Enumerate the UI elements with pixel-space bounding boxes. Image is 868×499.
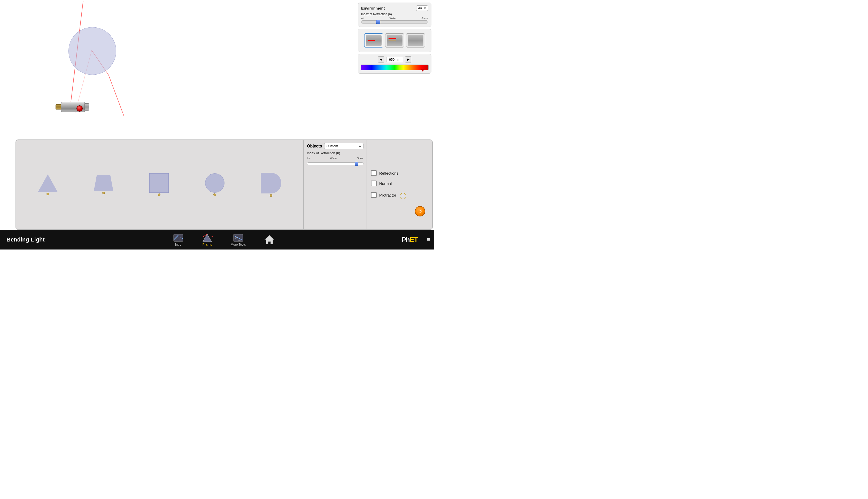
light-white-ray-option[interactable]	[406, 33, 425, 48]
protractor-label: Protractor	[379, 193, 396, 197]
obj-slider-thumb	[355, 162, 358, 166]
environment-dropdown-arrow-icon	[424, 8, 426, 9]
laser-tip	[56, 104, 61, 110]
bottom-panel-wrapper: Objects Custom Index of Refraction (n) A…	[0, 138, 434, 230]
shape-triangle-item[interactable]	[38, 174, 58, 195]
reset-icon: ↺	[418, 208, 422, 214]
light-multi-ray-icon	[387, 35, 403, 46]
laser-emitter[interactable]	[56, 101, 89, 115]
shape-rectangle	[149, 173, 169, 193]
shape-trapezoid-item[interactable]	[94, 175, 113, 194]
nav-tabs: Intro Prisms nm More Tools	[51, 231, 396, 248]
obj-refraction-slider[interactable]	[307, 162, 364, 165]
shape-semicircle	[261, 173, 281, 193]
svg-text:nm: nm	[239, 239, 241, 241]
spectrum-thumb	[420, 69, 425, 72]
normal-label: Normal	[379, 181, 392, 186]
light-source-panel	[358, 29, 431, 52]
shape-semicircle-item[interactable]	[261, 173, 281, 197]
reset-button[interactable]: ↺	[415, 206, 425, 217]
protractor-row: Protractor	[371, 191, 415, 199]
light-single-ray-icon	[366, 35, 381, 46]
shape-circle-item[interactable]	[205, 173, 224, 196]
prisms-tab-icon	[202, 233, 212, 243]
normal-row: Normal	[371, 181, 415, 186]
nav-tab-prisms-label: Prisms	[203, 243, 212, 246]
env-slider-labels: Air Water Glass	[361, 17, 428, 20]
intro-tab-icon	[173, 233, 184, 243]
light-multi-ray-option[interactable]	[385, 33, 404, 48]
spectrum-bar[interactable]	[360, 64, 429, 70]
obj-slider-glass-label: Glass	[357, 157, 364, 160]
env-refraction-label: Index of Refraction (n)	[361, 12, 428, 16]
objects-dropdown[interactable]: Custom	[324, 143, 364, 149]
svg-marker-22	[265, 235, 274, 244]
prism-circle[interactable]	[69, 27, 116, 75]
svg-marker-13	[203, 234, 211, 242]
protractor-icon	[399, 191, 407, 199]
nav-tab-more-tools-label: More Tools	[231, 243, 246, 246]
bottom-panel: Objects Custom Index of Refraction (n) A…	[15, 139, 433, 230]
checkboxes-panel: Reflections Normal Protractor	[367, 140, 419, 229]
nav-bar: Bending Light Intro Prisms	[0, 230, 434, 250]
wavelength-decrease-button[interactable]: ◀	[378, 56, 384, 62]
wavelength-increase-button[interactable]: ▶	[405, 56, 411, 62]
shape-rectangle-item[interactable]	[149, 173, 169, 196]
shape-triangle	[38, 174, 58, 192]
objects-title: Objects	[307, 144, 322, 148]
reflections-row: Reflections	[371, 170, 415, 176]
shape-circle-handle[interactable]	[213, 193, 216, 196]
shape-rectangle-handle[interactable]	[158, 193, 160, 196]
svg-line-3	[109, 75, 124, 116]
protractor-checkbox[interactable]	[371, 192, 377, 198]
obj-refraction-label: Index of Refraction (n)	[307, 151, 364, 155]
panel-left-spacer	[0, 138, 14, 230]
objects-panel: Objects Custom Index of Refraction (n) A…	[304, 140, 367, 229]
env-slider-water-label: Water	[390, 17, 396, 20]
more-tools-tab-icon: nm	[233, 233, 244, 243]
phet-logo: PhET	[396, 236, 423, 244]
reflections-label: Reflections	[379, 171, 398, 175]
wavelength-panel: ◀ 650 nm ▶	[358, 54, 431, 74]
reflections-checkbox[interactable]	[371, 170, 377, 176]
shape-circle	[205, 173, 224, 193]
nav-tab-prisms[interactable]: Prisms	[193, 231, 222, 248]
control-panel: Environment Air Index of Refraction (n) …	[358, 3, 431, 74]
nav-tab-more-tools[interactable]: nm More Tools	[222, 231, 255, 248]
env-refraction-slider[interactable]	[361, 21, 428, 24]
shapes-area	[16, 140, 304, 229]
obj-slider-air-label: Air	[307, 157, 310, 160]
light-single-ray-option[interactable]	[364, 33, 383, 48]
home-tab-icon	[264, 234, 275, 245]
obj-slider-labels: Air Water Glass	[307, 157, 364, 160]
env-slider-air-label: Air	[361, 17, 364, 20]
nav-tab-home[interactable]	[255, 233, 284, 247]
laser-back	[85, 103, 89, 111]
nav-tab-intro[interactable]: Intro	[164, 231, 193, 248]
normal-checkbox[interactable]	[371, 181, 377, 186]
app-title: Bending Light	[0, 236, 51, 243]
environment-dropdown-value: Air	[418, 6, 422, 10]
svg-line-15	[211, 235, 212, 237]
light-white-ray-icon	[408, 35, 424, 46]
shape-semicircle-handle[interactable]	[270, 194, 272, 197]
shape-trapezoid-handle[interactable]	[102, 192, 105, 194]
nav-tab-intro-label: Intro	[175, 243, 181, 246]
objects-dropdown-value: Custom	[327, 144, 338, 148]
laser-body	[61, 102, 85, 112]
environment-panel: Environment Air Index of Refraction (n) …	[358, 3, 431, 27]
laser-power-button[interactable]	[76, 105, 83, 112]
shape-triangle-handle[interactable]	[47, 193, 49, 195]
shape-trapezoid	[94, 175, 113, 191]
hamburger-menu[interactable]: ≡	[423, 236, 434, 243]
wavelength-value: 650 nm	[386, 57, 403, 62]
env-slider-glass-label: Glass	[421, 17, 428, 20]
objects-dropdown-arrow-icon	[358, 145, 361, 147]
environment-title: Environment	[361, 6, 385, 10]
environment-dropdown[interactable]: Air	[416, 5, 428, 11]
obj-slider-water-label: Water	[330, 157, 337, 160]
